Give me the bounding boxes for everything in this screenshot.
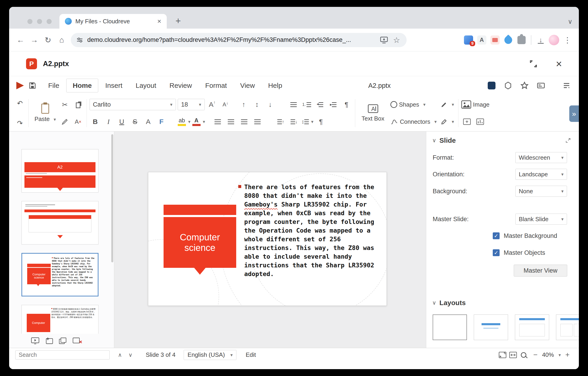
menu-review[interactable]: Review xyxy=(163,79,198,92)
find-previous-icon[interactable]: ∧ xyxy=(115,350,125,360)
site-settings-icon[interactable] xyxy=(76,37,83,44)
slide-body-text[interactable]: There are lots of features from the 8080… xyxy=(238,183,375,278)
image-button[interactable]: Image xyxy=(461,97,490,112)
cut-icon[interactable]: ✂ xyxy=(59,99,71,111)
close-window-button[interactable] xyxy=(27,19,32,24)
view-settings-icon[interactable] xyxy=(561,80,572,90)
extension-droplet-icon[interactable] xyxy=(502,34,514,46)
layout-option-blank[interactable] xyxy=(433,314,467,340)
checkbox-checked-icon[interactable]: ✓ xyxy=(493,232,500,239)
insert-chart-icon[interactable] xyxy=(474,116,486,128)
undo-icon[interactable]: ↶ xyxy=(14,97,26,109)
numbered-list-icon[interactable]: 1. xyxy=(301,99,313,111)
slide-thumbnail-1[interactable]: A2 xyxy=(21,149,98,193)
highlighter-tool-button[interactable]: ▾ xyxy=(441,114,454,129)
align-top-icon[interactable]: ↑ xyxy=(238,99,250,111)
background-select[interactable]: None▾ xyxy=(515,186,567,197)
slide-title-ribbon[interactable]: Computer science xyxy=(164,217,236,268)
thumbnails-scrollbar[interactable] xyxy=(111,134,113,262)
underline-icon[interactable]: U xyxy=(116,116,127,128)
font-size-select[interactable]: 18▾ xyxy=(178,99,205,110)
url-text[interactable]: demo.cloudreve.org/home?path=cloudreve%3… xyxy=(87,36,376,44)
format-painter-icon[interactable] xyxy=(59,116,71,128)
bold-icon[interactable]: B xyxy=(90,116,101,128)
current-slide[interactable]: Computer science There are lots of featu… xyxy=(148,172,387,306)
menu-layout[interactable]: Layout xyxy=(129,79,162,92)
superscript-icon[interactable]: A xyxy=(143,116,154,128)
align-center-icon[interactable] xyxy=(225,116,237,128)
text-direction-icon[interactable]: ¶ xyxy=(341,99,352,111)
shape-settings-icon[interactable] xyxy=(503,80,513,90)
menu-insert[interactable]: Insert xyxy=(99,79,129,92)
menu-file[interactable]: File xyxy=(42,79,65,92)
language-select[interactable]: English (USA)▾ xyxy=(184,350,236,360)
fit-slide-icon[interactable] xyxy=(497,350,508,360)
address-bar[interactable]: demo.cloudreve.org/home?path=cloudreve%3… xyxy=(71,33,407,47)
move-down-icon[interactable]: ↓ xyxy=(288,116,300,128)
bookmark-star-icon[interactable]: ☆ xyxy=(392,35,401,44)
back-icon[interactable]: ← xyxy=(14,34,27,46)
strikethrough-icon[interactable]: S xyxy=(129,116,141,128)
orientation-select[interactable]: Landscape▾ xyxy=(515,169,567,180)
align-middle-icon[interactable]: ↕ xyxy=(251,99,263,111)
browser-menu-icon[interactable]: ⋮ xyxy=(561,34,574,46)
justify-icon[interactable] xyxy=(252,116,263,128)
zoom-tool-icon[interactable] xyxy=(518,350,529,360)
tab-close-icon[interactable]: × xyxy=(157,18,161,25)
copy-icon[interactable] xyxy=(73,99,84,111)
start-slideshow-icon[interactable] xyxy=(31,337,39,344)
bullet-list-icon[interactable] xyxy=(288,99,299,111)
layout-option-title-content[interactable] xyxy=(515,314,549,340)
slide-thumbnail-3-selected[interactable]: Computer science There are lots of featu… xyxy=(21,253,98,296)
zoom-level-select[interactable]: 40%▾ xyxy=(542,351,561,358)
align-left-icon[interactable] xyxy=(212,116,223,128)
add-slide-icon[interactable] xyxy=(45,337,53,344)
expand-panel-icon[interactable] xyxy=(565,137,571,144)
master-slide-select[interactable]: Blank Slide▾ xyxy=(515,214,567,225)
tab-search-icon[interactable]: ∨ xyxy=(568,18,573,25)
collapse-toolbar-button[interactable]: » xyxy=(569,105,579,122)
favorites-star-icon[interactable] xyxy=(519,80,530,90)
align-right-icon[interactable] xyxy=(239,116,250,128)
find-next-icon[interactable]: ∨ xyxy=(125,350,136,360)
font-name-select[interactable]: Carlito▾ xyxy=(90,99,176,110)
search-input[interactable] xyxy=(15,350,110,360)
clear-format-icon[interactable]: A× xyxy=(73,116,84,128)
insert-slide-icon[interactable] xyxy=(461,116,473,128)
slide-canvas[interactable]: Computer science There are lots of featu… xyxy=(114,132,426,348)
profile-avatar[interactable] xyxy=(548,34,560,46)
text-box-button[interactable]: A Text Box xyxy=(358,97,388,129)
fit-width-icon[interactable] xyxy=(508,350,518,360)
layouts-section-header[interactable]: ∨ Layouts xyxy=(432,299,466,307)
increase-indent-icon[interactable]: ▸ xyxy=(328,99,339,111)
home-icon[interactable]: ⌂ xyxy=(55,34,68,46)
slide-section-header[interactable]: ∨ Slide xyxy=(432,137,456,144)
zoom-in-icon[interactable]: + xyxy=(562,350,573,360)
maximize-window-button[interactable] xyxy=(47,19,52,24)
format-select[interactable]: Widescreen▾ xyxy=(515,152,567,163)
layout-option-title[interactable] xyxy=(474,314,508,340)
grow-font-icon[interactable]: A↑ xyxy=(207,99,218,111)
extensions-puzzle-icon[interactable] xyxy=(515,34,528,46)
new-tab-button[interactable]: + xyxy=(173,16,183,26)
user-card-icon[interactable] xyxy=(536,80,546,90)
extension-tv-icon[interactable] xyxy=(489,34,501,46)
menu-home[interactable]: Home xyxy=(66,79,98,92)
redo-icon[interactable]: ↷ xyxy=(14,117,26,129)
pen-tool-button[interactable]: ▾ xyxy=(441,97,454,112)
minimize-window-button[interactable] xyxy=(37,19,42,24)
connectors-button[interactable]: Connectors▾ xyxy=(390,114,437,129)
delete-slide-icon[interactable]: × xyxy=(73,337,80,344)
slide-thumbnail-2[interactable] xyxy=(21,201,98,244)
extension-a-icon[interactable]: A xyxy=(476,34,488,46)
paste-button[interactable]: Paste ▾ xyxy=(31,97,59,129)
font-effects-icon[interactable]: F xyxy=(156,116,167,128)
master-background-checkbox-row[interactable]: ✓ Master Background xyxy=(493,232,557,240)
forward-icon[interactable]: → xyxy=(28,34,41,46)
menu-help[interactable]: Help xyxy=(262,79,289,92)
fullscreen-icon[interactable] xyxy=(529,60,537,68)
line-spacing-icon[interactable]: ↕▾ xyxy=(302,116,314,128)
decrease-indent-icon[interactable]: ▸ xyxy=(314,99,326,111)
downloads-icon[interactable]: ↓ xyxy=(535,34,547,46)
duplicate-slide-icon[interactable] xyxy=(59,337,67,344)
